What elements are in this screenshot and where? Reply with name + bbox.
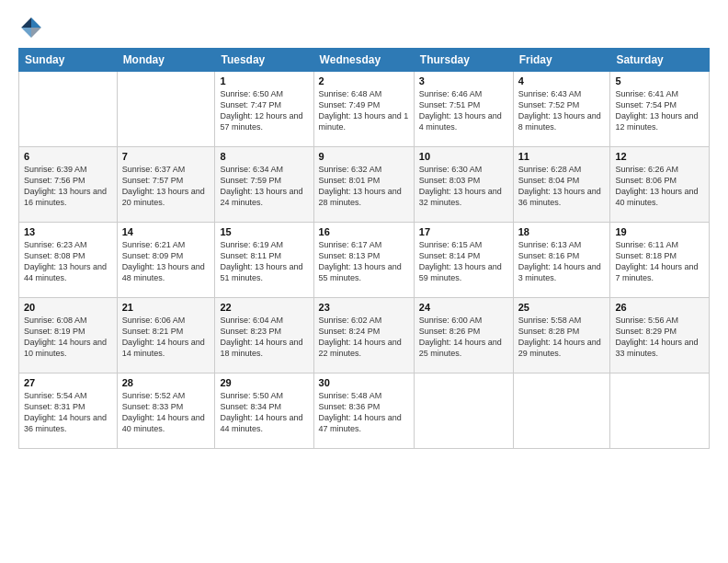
col-header-sunday: Sunday xyxy=(19,49,118,72)
day-info: Sunrise: 6:13 AM Sunset: 8:16 PM Dayligh… xyxy=(518,239,606,284)
calendar-cell: 1Sunrise: 6:50 AM Sunset: 7:47 PM Daylig… xyxy=(215,72,313,147)
calendar-cell: 11Sunrise: 6:28 AM Sunset: 8:04 PM Dayli… xyxy=(513,147,610,223)
day-number: 10 xyxy=(419,151,508,162)
day-info: Sunrise: 5:48 AM Sunset: 8:36 PM Dayligh… xyxy=(319,390,409,435)
calendar-week-3: 13Sunrise: 6:23 AM Sunset: 8:08 PM Dayli… xyxy=(19,223,710,298)
day-info: Sunrise: 6:02 AM Sunset: 8:24 PM Dayligh… xyxy=(319,315,409,360)
calendar-cell: 10Sunrise: 6:30 AM Sunset: 8:03 PM Dayli… xyxy=(414,147,513,223)
calendar-cell: 23Sunrise: 6:02 AM Sunset: 8:24 PM Dayli… xyxy=(313,298,414,373)
day-number: 14 xyxy=(122,226,210,237)
calendar-week-1: 1Sunrise: 6:50 AM Sunset: 7:47 PM Daylig… xyxy=(19,72,710,147)
day-info: Sunrise: 5:50 AM Sunset: 8:34 PM Dayligh… xyxy=(220,390,308,435)
day-info: Sunrise: 6:50 AM Sunset: 7:47 PM Dayligh… xyxy=(220,88,308,133)
calendar-cell: 30Sunrise: 5:48 AM Sunset: 8:36 PM Dayli… xyxy=(313,373,414,449)
calendar-cell: 22Sunrise: 6:04 AM Sunset: 8:23 PM Dayli… xyxy=(215,298,313,373)
calendar-cell: 13Sunrise: 6:23 AM Sunset: 8:08 PM Dayli… xyxy=(19,223,118,298)
day-info: Sunrise: 5:56 AM Sunset: 8:29 PM Dayligh… xyxy=(615,315,704,360)
day-number: 18 xyxy=(518,226,606,237)
day-info: Sunrise: 6:39 AM Sunset: 7:56 PM Dayligh… xyxy=(24,164,112,209)
calendar-cell xyxy=(414,373,513,449)
calendar-cell: 18Sunrise: 6:13 AM Sunset: 8:16 PM Dayli… xyxy=(513,223,610,298)
calendar-cell: 14Sunrise: 6:21 AM Sunset: 8:09 PM Dayli… xyxy=(117,223,215,298)
day-info: Sunrise: 6:43 AM Sunset: 7:52 PM Dayligh… xyxy=(518,88,606,133)
day-info: Sunrise: 6:23 AM Sunset: 8:08 PM Dayligh… xyxy=(24,239,112,284)
calendar-cell: 17Sunrise: 6:15 AM Sunset: 8:14 PM Dayli… xyxy=(414,223,513,298)
day-number: 17 xyxy=(419,226,508,237)
calendar-cell: 27Sunrise: 5:54 AM Sunset: 8:31 PM Dayli… xyxy=(19,373,118,449)
calendar-header-row: SundayMondayTuesdayWednesdayThursdayFrid… xyxy=(19,49,710,72)
calendar-cell: 25Sunrise: 5:58 AM Sunset: 8:28 PM Dayli… xyxy=(513,298,610,373)
day-info: Sunrise: 6:11 AM Sunset: 8:18 PM Dayligh… xyxy=(615,239,704,284)
day-number: 2 xyxy=(319,75,409,86)
day-number: 29 xyxy=(220,377,308,388)
day-number: 20 xyxy=(24,302,112,313)
col-header-wednesday: Wednesday xyxy=(313,49,414,72)
day-info: Sunrise: 6:46 AM Sunset: 7:51 PM Dayligh… xyxy=(419,88,508,133)
day-number: 6 xyxy=(24,151,112,162)
logo xyxy=(18,15,48,40)
day-info: Sunrise: 6:32 AM Sunset: 8:01 PM Dayligh… xyxy=(319,164,409,209)
day-info: Sunrise: 5:52 AM Sunset: 8:33 PM Dayligh… xyxy=(122,390,210,435)
day-info: Sunrise: 6:41 AM Sunset: 7:54 PM Dayligh… xyxy=(615,88,704,133)
calendar-cell xyxy=(610,373,710,449)
svg-marker-2 xyxy=(21,17,31,28)
day-number: 13 xyxy=(24,226,112,237)
day-number: 7 xyxy=(122,151,210,162)
calendar-cell: 3Sunrise: 6:46 AM Sunset: 7:51 PM Daylig… xyxy=(414,72,513,147)
col-header-friday: Friday xyxy=(513,49,610,72)
svg-marker-0 xyxy=(31,17,41,28)
col-header-tuesday: Tuesday xyxy=(215,49,313,72)
calendar-cell: 7Sunrise: 6:37 AM Sunset: 7:57 PM Daylig… xyxy=(117,147,215,223)
calendar-cell: 20Sunrise: 6:08 AM Sunset: 8:19 PM Dayli… xyxy=(19,298,118,373)
calendar-cell: 16Sunrise: 6:17 AM Sunset: 8:13 PM Dayli… xyxy=(313,223,414,298)
calendar-cell: 21Sunrise: 6:06 AM Sunset: 8:21 PM Dayli… xyxy=(117,298,215,373)
calendar-cell: 8Sunrise: 6:34 AM Sunset: 7:59 PM Daylig… xyxy=(215,147,313,223)
calendar-cell: 28Sunrise: 5:52 AM Sunset: 8:33 PM Dayli… xyxy=(117,373,215,449)
calendar-week-2: 6Sunrise: 6:39 AM Sunset: 7:56 PM Daylig… xyxy=(19,147,710,223)
day-number: 4 xyxy=(518,75,606,86)
day-info: Sunrise: 6:48 AM Sunset: 7:49 PM Dayligh… xyxy=(319,88,409,133)
calendar-cell: 4Sunrise: 6:43 AM Sunset: 7:52 PM Daylig… xyxy=(513,72,610,147)
day-info: Sunrise: 6:30 AM Sunset: 8:03 PM Dayligh… xyxy=(419,164,508,209)
day-number: 1 xyxy=(220,75,308,86)
svg-marker-3 xyxy=(21,28,31,38)
col-header-monday: Monday xyxy=(117,49,215,72)
day-number: 27 xyxy=(24,377,112,388)
calendar-week-4: 20Sunrise: 6:08 AM Sunset: 8:19 PM Dayli… xyxy=(19,298,710,373)
day-info: Sunrise: 6:21 AM Sunset: 8:09 PM Dayligh… xyxy=(122,239,210,284)
calendar-cell xyxy=(513,373,610,449)
day-number: 15 xyxy=(220,226,308,237)
day-info: Sunrise: 6:19 AM Sunset: 8:11 PM Dayligh… xyxy=(220,239,308,284)
calendar-cell: 24Sunrise: 6:00 AM Sunset: 8:26 PM Dayli… xyxy=(414,298,513,373)
day-number: 25 xyxy=(518,302,606,313)
day-info: Sunrise: 6:06 AM Sunset: 8:21 PM Dayligh… xyxy=(122,315,210,360)
day-number: 28 xyxy=(122,377,210,388)
day-number: 11 xyxy=(518,151,606,162)
day-number: 3 xyxy=(419,75,508,86)
col-header-saturday: Saturday xyxy=(610,49,710,72)
day-info: Sunrise: 6:17 AM Sunset: 8:13 PM Dayligh… xyxy=(319,239,409,284)
calendar-cell: 26Sunrise: 5:56 AM Sunset: 8:29 PM Dayli… xyxy=(610,298,710,373)
calendar-cell: 29Sunrise: 5:50 AM Sunset: 8:34 PM Dayli… xyxy=(215,373,313,449)
day-number: 30 xyxy=(319,377,409,388)
day-info: Sunrise: 6:34 AM Sunset: 7:59 PM Dayligh… xyxy=(220,164,308,209)
calendar-cell: 9Sunrise: 6:32 AM Sunset: 8:01 PM Daylig… xyxy=(313,147,414,223)
day-number: 9 xyxy=(319,151,409,162)
svg-marker-1 xyxy=(31,28,41,38)
day-number: 19 xyxy=(615,226,704,237)
calendar-cell: 5Sunrise: 6:41 AM Sunset: 7:54 PM Daylig… xyxy=(610,72,710,147)
page: SundayMondayTuesdayWednesdayThursdayFrid… xyxy=(0,0,728,563)
calendar-cell: 2Sunrise: 6:48 AM Sunset: 7:49 PM Daylig… xyxy=(313,72,414,147)
calendar-cell: 12Sunrise: 6:26 AM Sunset: 8:06 PM Dayli… xyxy=(610,147,710,223)
day-number: 23 xyxy=(319,302,409,313)
calendar-table: SundayMondayTuesdayWednesdayThursdayFrid… xyxy=(18,48,710,449)
day-number: 16 xyxy=(319,226,409,237)
day-number: 5 xyxy=(615,75,704,86)
header xyxy=(18,15,710,40)
day-info: Sunrise: 5:54 AM Sunset: 8:31 PM Dayligh… xyxy=(24,390,112,435)
day-info: Sunrise: 5:58 AM Sunset: 8:28 PM Dayligh… xyxy=(518,315,606,360)
day-info: Sunrise: 6:08 AM Sunset: 8:19 PM Dayligh… xyxy=(24,315,112,360)
calendar-cell: 6Sunrise: 6:39 AM Sunset: 7:56 PM Daylig… xyxy=(19,147,118,223)
day-info: Sunrise: 6:37 AM Sunset: 7:57 PM Dayligh… xyxy=(122,164,210,209)
calendar-cell: 19Sunrise: 6:11 AM Sunset: 8:18 PM Dayli… xyxy=(610,223,710,298)
